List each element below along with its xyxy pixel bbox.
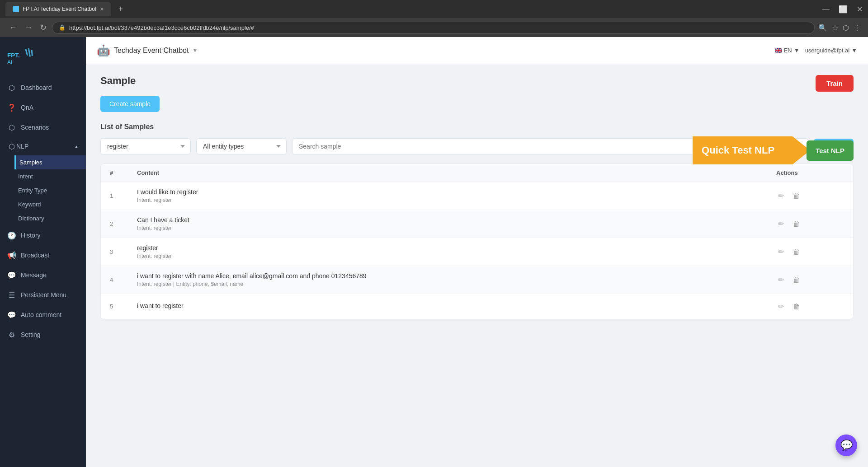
entity-filter-select[interactable]: All entity types (196, 138, 287, 154)
row-num-3: 3 (110, 248, 137, 255)
chat-bubble-button[interactable]: 💬 (835, 434, 857, 456)
close-window-icon[interactable]: ✕ (857, 5, 863, 14)
row-actions-3: ✏ 🗑 (776, 246, 844, 258)
test-nlp-button[interactable]: Test NLP (807, 140, 854, 161)
browser-tab[interactable]: FPT.AI Techday Event Chatbot × (5, 2, 111, 16)
sidebar-item-auto-comment[interactable]: 💬 Auto comment (0, 305, 86, 325)
sidebar-item-message[interactable]: 💬 Message (0, 265, 86, 285)
browser-chrome: FPT.AI Techday Event Chatbot × + — ⬜ ✕ (0, 0, 868, 18)
bot-name: Techday Event Chatbot (114, 47, 189, 55)
browser-nav: ← → ↻ 🔒 https://bot.fpt.ai/bot/337e492bd… (0, 18, 868, 37)
sidebar-label-samples: Samples (19, 159, 42, 166)
delete-button-4[interactable]: 🗑 (791, 274, 802, 286)
extension-icon[interactable]: ⬡ (843, 23, 849, 32)
delete-button-3[interactable]: 🗑 (791, 246, 802, 258)
quick-test-nlp-container: Quick Test NLP Test NLP (693, 136, 854, 164)
sidebar-item-dictionary[interactable]: Dictionary (14, 211, 86, 225)
sidebar-label-intent: Intent (18, 173, 33, 180)
menu-icon[interactable]: ⋮ (854, 23, 861, 32)
sidebar-item-history[interactable]: 🕐 History (0, 225, 86, 245)
sidebar-navigation: ⬡ Dashboard ❓ QnA ⬡ Scenarios ⬡ NLP ▲ Sa… (0, 78, 86, 467)
row-content-1: I would like to register Intent: registe… (137, 188, 776, 203)
row-actions-2: ✏ 🗑 (776, 218, 844, 230)
col-actions: Actions (776, 169, 844, 176)
edit-button-2[interactable]: ✏ (776, 218, 786, 230)
sidebar-label-setting: Setting (21, 331, 41, 338)
sidebar-item-dashboard[interactable]: ⬡ Dashboard (0, 78, 86, 98)
minimize-icon[interactable]: — (822, 5, 830, 13)
row-num-4: 4 (110, 276, 137, 283)
auto-comment-icon: 💬 (7, 310, 16, 319)
row-num-2: 2 (110, 220, 137, 227)
edit-button-4[interactable]: ✏ (776, 274, 786, 286)
intent-filter-select[interactable]: register (100, 138, 191, 154)
svg-rect-2 (25, 49, 28, 56)
table-row: 1 I would like to register Intent: regis… (101, 182, 853, 210)
table-row: 5 i want to register ✏ 🗑 (101, 294, 853, 319)
sidebar-item-nlp[interactable]: ⬡ NLP ▲ (0, 137, 86, 155)
delete-button-2[interactable]: 🗑 (791, 218, 802, 230)
chat-bubble-icon: 💬 (840, 439, 853, 451)
samples-table: # Content Actions 1 I would like to regi… (100, 163, 854, 319)
search-icon[interactable]: 🔍 (818, 23, 827, 32)
sidebar-item-keyword[interactable]: Keyword (14, 197, 86, 211)
sidebar-label-history: History (21, 232, 41, 239)
language-code: EN (784, 47, 792, 54)
bot-selector[interactable]: 🤖 Techday Event Chatbot ▼ (97, 44, 198, 57)
svg-rect-4 (31, 50, 33, 56)
sidebar-item-samples[interactable]: Samples (14, 155, 86, 169)
sidebar-item-setting[interactable]: ⚙ Setting (0, 325, 86, 345)
delete-button-5[interactable]: 🗑 (791, 301, 802, 313)
new-tab-button[interactable]: + (114, 5, 127, 14)
row-intent-1: Intent: register (137, 197, 776, 203)
edit-button-1[interactable]: ✏ (776, 190, 786, 202)
table-header: # Content Actions (101, 164, 853, 182)
sidebar-label-scenarios: Scenarios (21, 124, 49, 131)
row-text-2: Can I have a ticket (137, 216, 776, 224)
col-num: # (110, 169, 137, 176)
nlp-icon: ⬡ (7, 142, 16, 151)
message-icon: 💬 (7, 271, 16, 280)
refresh-button[interactable]: ↻ (38, 21, 48, 34)
quick-test-arrow: Quick Test NLP (693, 136, 810, 164)
back-button[interactable]: ← (7, 21, 19, 34)
sidebar-item-intent[interactable]: Intent (14, 169, 86, 183)
sidebar: FPT. AI ⬡ Dashboard ❓ QnA ⬡ Scenarios (0, 37, 86, 467)
create-sample-button[interactable]: Create sample (100, 96, 160, 112)
svg-text:AI: AI (7, 59, 12, 65)
user-chevron-icon: ▼ (851, 47, 857, 54)
address-bar[interactable]: 🔒 https://bot.fpt.ai/bot/337e492bdec3af1… (52, 22, 815, 34)
table-row: 3 register Intent: register ✏ 🗑 (101, 238, 853, 266)
row-intent-4: Intent: register | Entity: phone, $email… (137, 281, 776, 287)
maximize-icon[interactable]: ⬜ (839, 5, 848, 14)
row-content-2: Can I have a ticket Intent: register (137, 216, 776, 231)
sidebar-label-dictionary: Dictionary (18, 215, 44, 222)
sidebar-item-broadcast[interactable]: 📢 Broadcast (0, 245, 86, 265)
flag-icon: 🇬🇧 (775, 47, 782, 54)
row-actions-1: ✏ 🗑 (776, 190, 844, 202)
lock-icon: 🔒 (59, 24, 66, 31)
forward-button[interactable]: → (23, 21, 34, 34)
delete-button-1[interactable]: 🗑 (791, 190, 802, 202)
train-button[interactable]: Train (816, 75, 854, 92)
row-intent-3: Intent: register (137, 253, 776, 259)
sidebar-label-broadcast: Broadcast (21, 252, 49, 259)
browser-icons: 🔍 ☆ ⬡ ⋮ (818, 23, 861, 32)
col-content: Content (137, 169, 776, 176)
sidebar-label-persistent-menu: Persistent Menu (21, 291, 66, 299)
row-num-1: 1 (110, 192, 137, 199)
user-email[interactable]: userguide@fpt.ai ▼ (805, 47, 857, 54)
edit-button-3[interactable]: ✏ (776, 246, 786, 258)
sidebar-item-qna[interactable]: ❓ QnA (0, 98, 86, 117)
edit-button-5[interactable]: ✏ (776, 300, 786, 313)
star-icon[interactable]: ☆ (832, 23, 838, 32)
row-actions-4: ✏ 🗑 (776, 274, 844, 286)
sidebar-label-nlp: NLP (16, 143, 74, 150)
tab-close-icon[interactable]: × (100, 5, 104, 13)
sidebar-item-entity-type[interactable]: Entity Type (14, 183, 86, 197)
list-title: List of Samples (100, 123, 854, 131)
sidebar-item-scenarios[interactable]: ⬡ Scenarios (0, 117, 86, 137)
language-selector[interactable]: 🇬🇧 EN ▼ (775, 47, 800, 54)
sidebar-item-persistent-menu[interactable]: ☰ Persistent Menu (0, 285, 86, 305)
sidebar-label-dashboard: Dashboard (21, 84, 52, 91)
